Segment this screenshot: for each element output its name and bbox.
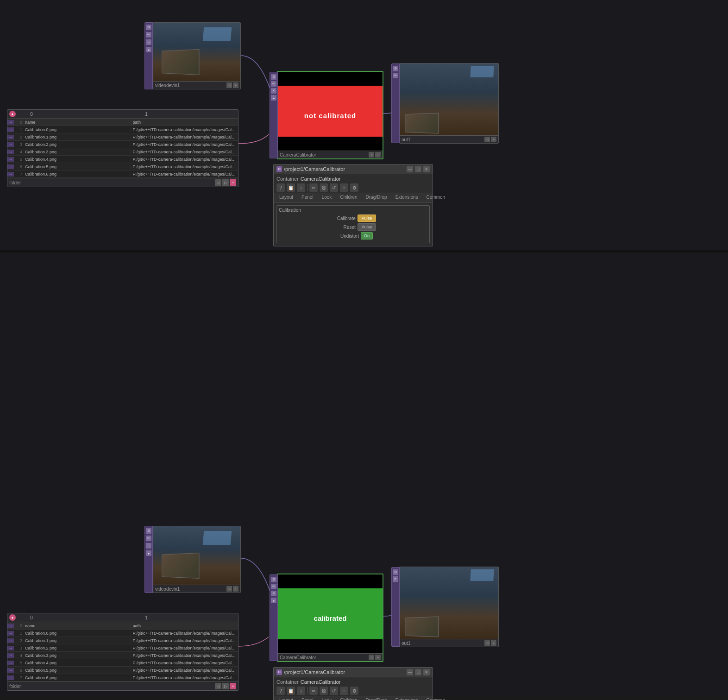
bottom-tab-extensions[interactable]: Extensions	[392, 696, 422, 700]
bottom-vid-eye-icon[interactable]: ●	[146, 550, 151, 556]
top-row-stripe-6: →	[7, 164, 14, 169]
top-tab-layout[interactable]: Layout	[276, 193, 297, 202]
top-cal-close-icon[interactable]: ✕	[271, 88, 276, 94]
bottom-vid-pencil-icon[interactable]: ✏	[146, 536, 151, 541]
top-row-num-7: 7	[14, 172, 23, 177]
top-out-btn2[interactable]: +	[491, 137, 496, 142]
bottom-calibrator-node: ⚙ ✏ ✕ ● calibrated CameraCalibrator ◁ +	[277, 574, 383, 662]
top-toolbar-question[interactable]: ?	[276, 183, 285, 192]
top-reset-pulse-btn[interactable]: Pulse	[358, 223, 377, 231]
bottom-cal-settings-icon[interactable]: ⚙	[271, 577, 276, 582]
top-toolbar-add[interactable]: +	[340, 183, 348, 192]
bottom-toolbar-chain[interactable]: ⛓	[320, 687, 328, 695]
bottom-video-node-side: ⚙ ✏ → ●	[144, 526, 153, 593]
top-panel-title: /project1/CameraCalibrator	[284, 166, 345, 172]
top-undistort-toggle[interactable]: On	[361, 232, 373, 240]
top-tab-panel[interactable]: Panel	[298, 193, 317, 202]
bottom-close-btn[interactable]: ✕	[423, 669, 430, 675]
bottom-toolbar-undo[interactable]: ↺	[330, 687, 338, 695]
bottom-toolbar-add[interactable]: +	[340, 687, 348, 695]
bottom-cal-label-btn1[interactable]: ◁	[369, 655, 374, 660]
top-panel-titlebar[interactable]: ⚙ /project1/CameraCalibrator — □ ✕	[274, 164, 433, 174]
top-toolbar-gear[interactable]: ⚙	[350, 183, 358, 192]
bottom-vid-settings-icon[interactable]: ⚙	[146, 528, 151, 534]
top-toolbar-pencil[interactable]: ✏	[309, 183, 318, 192]
bottom-tab-look[interactable]: Look	[318, 696, 336, 700]
bottom-video-btn1[interactable]: ◁	[226, 586, 232, 592]
top-video-btn1[interactable]: ◁	[226, 82, 232, 88]
bottom-row-num-1: 1	[14, 631, 23, 636]
bottom-out-pencil-icon[interactable]: ✏	[393, 576, 398, 582]
bottom-tab-common[interactable]: Common	[423, 696, 449, 700]
bottom-tab-dragdrop[interactable]: Drag/Drop	[362, 696, 391, 700]
top-cal-pencil-icon[interactable]: ✏	[271, 81, 276, 87]
top-tab-extensions[interactable]: Extensions	[392, 193, 422, 202]
bottom-vid-arrow-icon[interactable]: →	[146, 543, 151, 549]
top-maximize-btn[interactable]: □	[415, 166, 421, 172]
bottom-footer-btn2[interactable]: ▷	[222, 683, 229, 689]
pencil-icon-top[interactable]: ✏	[146, 32, 151, 38]
bottom-toolbar-gear[interactable]: ⚙	[350, 687, 358, 695]
bottom-row-num-6: 6	[14, 668, 23, 673]
top-cal-settings-icon[interactable]: ⚙	[271, 74, 276, 80]
top-folder-label: folder	[9, 180, 21, 185]
bottom-table-header-row: → 0 name path	[7, 622, 238, 630]
bottom-container-keyword: Container	[276, 679, 299, 685]
bottom-row-num-5: 5	[14, 661, 23, 665]
top-video-btn2[interactable]: +	[233, 82, 238, 88]
top-out-settings-icon[interactable]: ⚙	[393, 66, 398, 71]
top-footer-btn-pink[interactable]: +	[230, 179, 236, 186]
bottom-row-stripe-2: →	[7, 638, 14, 643]
bottom-footer-btn1[interactable]: ◁	[215, 683, 221, 689]
top-calibrate-pulse-btn[interactable]: Pulse	[358, 214, 377, 222]
top-minimize-btn[interactable]: —	[407, 166, 413, 172]
top-tab-dragdrop[interactable]: Drag/Drop	[362, 193, 391, 202]
top-toolbar-chain[interactable]: ⛓	[320, 183, 328, 192]
top-toolbar-info[interactable]: i	[297, 183, 305, 192]
bottom-cell-name-6: Calibration.5.png	[23, 668, 131, 673]
bottom-minimize-btn[interactable]: —	[407, 669, 413, 675]
bottom-out-btn1[interactable]: ◁	[484, 640, 490, 646]
bottom-toolbar-question[interactable]: ?	[276, 687, 285, 695]
bottom-tab-panel[interactable]: Panel	[298, 696, 317, 700]
bottom-toolbar-info[interactable]: i	[297, 687, 305, 695]
top-tab-children[interactable]: Children	[336, 193, 361, 202]
top-tab-look[interactable]: Look	[318, 193, 336, 202]
eye-icon-top[interactable]: ●	[146, 47, 151, 52]
bottom-col1-label: 1	[56, 615, 236, 620]
arrow-icon-top[interactable]: →	[146, 39, 151, 45]
top-cal-label-btn1[interactable]: ◁	[369, 152, 374, 158]
bottom-calibrator-label: CameraCalibrator	[280, 655, 316, 660]
top-table-row-4: → 4 Calibration.3.png F:/git/c++/TD-came…	[7, 148, 238, 156]
top-footer-btn1[interactable]: ◁	[215, 179, 221, 186]
bottom-panel-titlebar[interactable]: ⚙ /project1/CameraCalibrator — □ ✕	[274, 668, 433, 677]
top-out-pencil-icon[interactable]: ✏	[393, 73, 398, 78]
bottom-cal-eye-icon[interactable]: ●	[271, 598, 276, 603]
top-cal-label-btn2[interactable]: +	[375, 152, 381, 158]
top-cal-eye-icon[interactable]: ●	[271, 95, 276, 101]
bottom-out-settings-icon[interactable]: ⚙	[393, 569, 398, 575]
bottom-out-image	[400, 567, 498, 639]
video-node-side: ⚙ ✏ → ●	[144, 22, 153, 89]
bottom-out-btn2[interactable]: +	[491, 640, 496, 646]
top-out-btn1[interactable]: ◁	[484, 137, 490, 142]
top-tab-common[interactable]: Common	[423, 193, 449, 202]
top-toolbar-undo[interactable]: ↺	[330, 183, 338, 192]
bottom-tab-layout[interactable]: Layout	[276, 696, 297, 700]
top-toolbar-bookmark[interactable]: 📋	[287, 183, 295, 192]
settings-icon-top[interactable]: ⚙	[146, 25, 151, 30]
top-footer-btn2[interactable]: ▷	[222, 179, 229, 186]
bottom-out-preview	[400, 567, 498, 639]
bottom-panel-title: /project1/CameraCalibrator	[284, 669, 345, 675]
bottom-toolbar-pencil[interactable]: ✏	[309, 687, 318, 695]
top-close-btn[interactable]: ✕	[423, 166, 430, 172]
bottom-cell-path-3: F:/git/c++/TD-camera-calibration/example…	[131, 646, 238, 650]
bottom-video-btn2[interactable]: +	[233, 586, 238, 592]
bottom-tab-children[interactable]: Children	[336, 696, 361, 700]
bottom-cal-close-icon[interactable]: ✕	[271, 591, 276, 596]
bottom-maximize-btn[interactable]: □	[415, 669, 421, 675]
bottom-footer-btn-pink[interactable]: +	[230, 683, 236, 689]
bottom-cal-label-btn2[interactable]: +	[375, 655, 381, 660]
bottom-cal-pencil-icon[interactable]: ✏	[271, 584, 276, 589]
bottom-toolbar-bookmark[interactable]: 📋	[287, 687, 295, 695]
